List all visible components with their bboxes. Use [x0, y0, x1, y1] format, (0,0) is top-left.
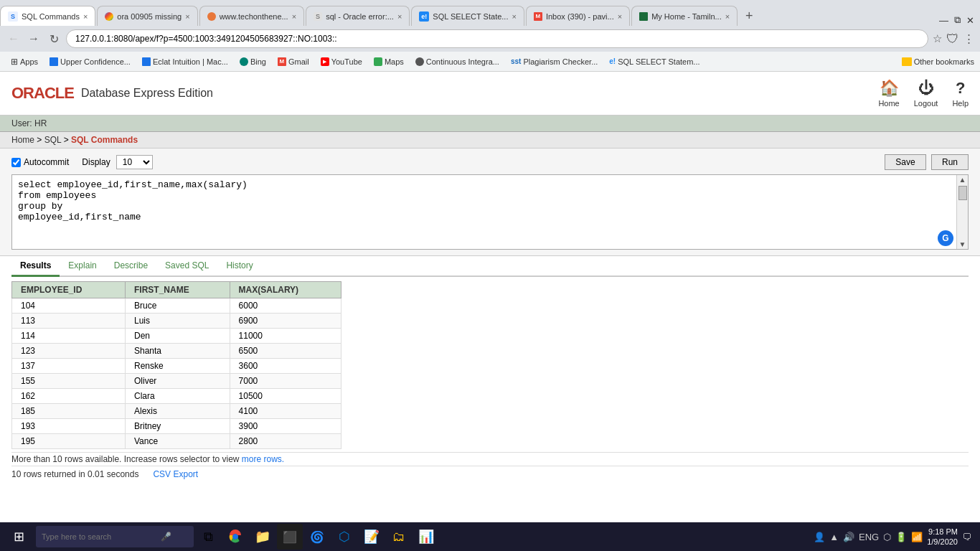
- language-icon[interactable]: ENG: [859, 532, 879, 542]
- oracle-nav-icons: 🏠 Home ⏻ Logout ? Help: [878, 79, 969, 108]
- tab-label-3: www.techonthene...: [220, 12, 288, 21]
- taskbar-browser2[interactable]: 🌀: [304, 524, 330, 550]
- taskbar-search[interactable]: 🎤: [36, 526, 194, 547]
- status-bar: 10 rows returned in 0.01 seconds CSV Exp…: [11, 466, 969, 482]
- tab-close-5[interactable]: ×: [512, 12, 516, 21]
- taskbar-chrome[interactable]: [222, 524, 248, 550]
- taskbar-task-view[interactable]: ⧉: [195, 524, 221, 550]
- tab-explain[interactable]: Explain: [60, 256, 105, 277]
- bm-sqlselect[interactable]: e! SQL SELECT Statem...: [604, 56, 705, 67]
- bm-maps[interactable]: Maps: [369, 56, 409, 67]
- volume-icon[interactable]: 🔊: [843, 532, 854, 542]
- table-cell-employee_id: 162: [12, 389, 126, 404]
- tab-gmail[interactable]: M Inbox (390) - pavi... ×: [526, 6, 630, 26]
- csv-export-link[interactable]: CSV Export: [153, 469, 198, 479]
- scroll-down-arrow[interactable]: ▼: [958, 240, 967, 249]
- taskbar-search-input[interactable]: [42, 532, 156, 541]
- tab-techon[interactable]: www.techonthene... ×: [199, 6, 304, 26]
- taskbar-files[interactable]: 📁: [250, 524, 275, 550]
- bm-youtube-favicon: ▶: [321, 57, 329, 66]
- sql-editor[interactable]: select employee_id,first_name,max(salary…: [12, 175, 956, 247]
- system-clock[interactable]: 9:18 PM 1/9/2020: [927, 527, 958, 547]
- tab-myhome[interactable]: My Home - Tamiln... ×: [631, 6, 738, 26]
- tab-ora[interactable]: ora 00905 missing ×: [97, 6, 197, 26]
- notifications-icon[interactable]: 🗨: [962, 532, 971, 542]
- bm-plagiarism-favicon: sst: [511, 57, 521, 65]
- restore-btn[interactable]: ⧉: [954, 14, 961, 26]
- table-cell-max_salary: 4100: [230, 404, 341, 419]
- more-rows-link[interactable]: more rows.: [242, 454, 284, 464]
- bm-upper-confidence[interactable]: Upper Confidence...: [44, 56, 136, 67]
- help-nav-item[interactable]: ? Help: [952, 79, 969, 108]
- close-btn[interactable]: ✕: [966, 15, 974, 26]
- tab-close-3[interactable]: ×: [292, 12, 296, 21]
- tab-label-4: sql - Oracle error:...: [326, 12, 394, 21]
- bm-ci[interactable]: Continuous Integra...: [410, 56, 504, 67]
- logout-nav-item[interactable]: ⏻ Logout: [914, 79, 938, 108]
- address-input[interactable]: [66, 29, 928, 48]
- save-button[interactable]: Save: [885, 154, 925, 170]
- tab-history[interactable]: History: [217, 256, 261, 277]
- wifi2-icon[interactable]: 📶: [911, 532, 923, 542]
- table-row: 195Vance2800: [12, 434, 341, 449]
- sql-action-btns: Save Run: [885, 154, 969, 170]
- bluetooth-icon[interactable]: ⬡: [883, 532, 891, 542]
- refresh-btn[interactable]: ↻: [46, 32, 62, 46]
- menu-icon[interactable]: ⋮: [963, 32, 974, 45]
- tab-results[interactable]: Results: [11, 256, 60, 277]
- scroll-thumb[interactable]: [958, 186, 967, 200]
- oracle-logo-text: ORACLE: [11, 84, 74, 103]
- autocommit-text: Autocommit: [24, 157, 69, 167]
- tab-sql-commands[interactable]: S SQL Commands ×: [0, 6, 95, 26]
- tab-favicon-tech: [207, 12, 216, 21]
- minimize-btn[interactable]: —: [939, 15, 948, 26]
- home-nav-item[interactable]: 🏠 Home: [878, 79, 899, 108]
- breadcrumb-sql[interactable]: SQL: [44, 135, 62, 145]
- autocommit-checkbox[interactable]: [11, 158, 21, 167]
- taskbar-explorer[interactable]: 🗂: [386, 524, 412, 550]
- tab-close-4[interactable]: ×: [397, 12, 402, 21]
- vertical-scrollbar[interactable]: ▲ ▼: [956, 175, 968, 249]
- forward-btn[interactable]: →: [26, 32, 42, 45]
- bm-plagiarism[interactable]: sst Plagiarism Checker...: [506, 56, 603, 67]
- bm-apps[interactable]: ⊞ Apps: [6, 55, 43, 68]
- bm-gmail-label: Gmail: [288, 57, 309, 66]
- bm-bing[interactable]: Bing: [235, 56, 271, 67]
- tab-close-6[interactable]: ×: [618, 12, 622, 21]
- bm-gmail[interactable]: M Gmail: [273, 56, 314, 67]
- bm-other[interactable]: Other bookmarks: [902, 57, 974, 66]
- tab-sqloracle[interactable]: S sql - Oracle error:... ×: [306, 6, 410, 26]
- tab-close-1[interactable]: ×: [83, 12, 88, 21]
- autocommit-label[interactable]: Autocommit: [11, 157, 69, 167]
- run-button[interactable]: Run: [931, 154, 969, 170]
- profile-icon[interactable]: 🛡: [946, 32, 959, 47]
- breadcrumb-home[interactable]: Home: [11, 135, 34, 145]
- taskbar-terminal[interactable]: ⬛: [277, 524, 303, 550]
- start-button[interactable]: ⊞: [3, 524, 34, 550]
- new-tab-btn[interactable]: +: [739, 6, 759, 26]
- display-select[interactable]: 10 25 50 100: [116, 155, 153, 169]
- scroll-up-arrow[interactable]: ▲: [958, 175, 967, 184]
- addr-icons: ☆ 🛡 ⋮: [933, 32, 974, 47]
- bm-eclat[interactable]: Eclat Intuition | Mac...: [137, 56, 233, 67]
- user-label: User: HR: [11, 118, 47, 128]
- tab-close-2[interactable]: ×: [185, 12, 189, 21]
- tab-close-7[interactable]: ×: [725, 12, 730, 21]
- taskbar-vscode[interactable]: ⬡: [331, 524, 357, 550]
- taskbar-powerpoint[interactable]: 📊: [413, 524, 439, 550]
- table-row: 137Renske3600: [12, 359, 341, 374]
- bm-youtube[interactable]: ▶ YouTube: [316, 56, 367, 67]
- network-icon[interactable]: 👤: [814, 532, 825, 542]
- bm-sqlselect-label: SQL SELECT Statem...: [618, 57, 699, 66]
- wifi-icon[interactable]: ▲: [829, 532, 839, 542]
- tab-sqlselect[interactable]: e! SQL SELECT State... ×: [411, 6, 524, 26]
- bookmark-star-icon[interactable]: ☆: [933, 32, 942, 45]
- breadcrumb-current: SQL Commands: [71, 135, 138, 145]
- battery-icon[interactable]: 🔋: [895, 532, 907, 542]
- tab-describe[interactable]: Describe: [105, 256, 156, 277]
- tab-label-1: SQL Commands: [22, 12, 80, 21]
- back-btn[interactable]: ←: [6, 32, 22, 45]
- tab-saved-sql[interactable]: Saved SQL: [156, 256, 217, 277]
- taskbar-sticky[interactable]: 📝: [359, 524, 385, 550]
- bm-bing-label: Bing: [250, 57, 266, 66]
